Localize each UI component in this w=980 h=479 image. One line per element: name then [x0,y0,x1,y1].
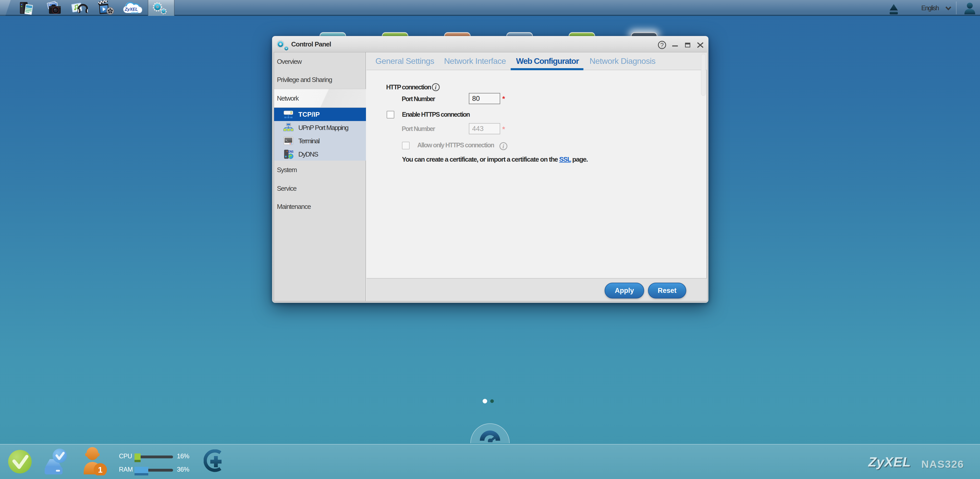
svg-text:DNS: DNS [288,150,293,153]
svg-text:1: 1 [98,465,103,474]
svg-text:cloud: cloud [131,11,138,14]
svg-text:i: i [503,143,504,150]
svg-text:i: i [435,84,437,91]
svg-text:?: ? [660,42,663,48]
